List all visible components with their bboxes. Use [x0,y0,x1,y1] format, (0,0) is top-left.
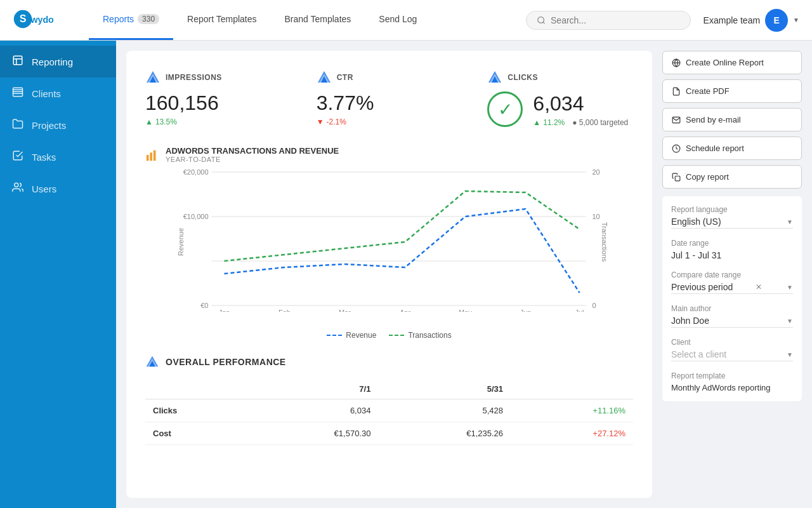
perf-col-metric [145,379,246,399]
adwords-icon-clicks [487,70,502,85]
copy-icon [672,173,681,182]
chevron-down-icon: ▼ [793,17,799,23]
clicks-change: 11.2% [543,118,565,127]
copy-report-button[interactable]: Copy report [662,165,802,189]
clicks-check-icon: ✓ [487,91,523,127]
clicks-value: 6,034 [533,92,628,116]
svg-text:Jul: Jul [575,309,584,312]
sidebar-item-label: Users [32,184,56,194]
reporting-icon [11,55,24,69]
svg-text:0: 0 [593,302,596,309]
date-range-row: Date range Jul 1 - Jul 31 [671,239,793,260]
globe-icon [672,58,681,67]
legend-line-blue [327,335,342,336]
sidebar-item-projects[interactable]: Projects [0,109,116,141]
perf-table: 7/1 5/31 Clicks 6,034 5,428 +11.16% Cost… [145,379,633,445]
compare-date-range-select[interactable]: Previous period ✕ ▼ [671,282,793,294]
date-range-value: Jul 1 - Jul 31 [671,250,793,260]
performance-section: OVERALL PERFORMANCE 7/1 5/31 Clicks 6,03… [145,355,633,445]
sidebar-item-users[interactable]: Users [0,173,116,204]
tasks-icon [11,150,24,164]
perf-col-change [511,379,633,399]
svg-text:Transactions: Transactions [601,222,608,262]
legend-transactions: Transactions [389,331,451,340]
create-pdf-button[interactable]: Create PDF [662,79,802,103]
perf-val2: €1,235.26 [378,422,511,445]
sidebar-item-label: Reporting [32,57,73,67]
sidebar-item-reporting[interactable]: Reporting [0,46,116,77]
compare-date-range-value: Previous period [671,282,733,292]
sidebar-item-tasks[interactable]: Tasks [0,141,116,173]
tab-report-templates[interactable]: Report Templates [173,0,270,40]
send-email-button[interactable]: Send by e-mail [662,108,802,131]
svg-text:wydo: wydo [30,15,54,25]
main-author-value: John Doe [671,316,709,326]
svg-text:€20,000: €20,000 [183,168,209,176]
clear-compare-button[interactable]: ✕ [756,283,762,291]
report-panel: IMPRESSIONS 160,156 ▲ 13.5% [126,51,652,498]
svg-text:S: S [20,13,27,24]
chart-svg: €20,000 €10,000 €0 20 10 0 Revenue Trans… [145,166,633,312]
avatar: E [765,9,788,32]
schedule-report-button[interactable]: Schedule report [662,137,802,160]
chart-section: ADWORDS TRANSACTIONS AND REVENUE YEAR-TO… [145,146,633,340]
main-author-label: Main author [671,304,793,313]
adwords-icon [145,70,160,85]
search-input[interactable] [551,15,680,25]
chevron-down-icon: ▼ [787,318,793,324]
main-author-select[interactable]: John Doe ▼ [671,316,793,328]
ctr-title: CTR [337,73,353,82]
main-author-row: Main author John Doe ▼ [671,304,793,328]
ctr-change: -2.1% [327,117,346,126]
email-icon [672,116,681,124]
svg-rect-23 [150,152,152,161]
impressions-title: IMPRESSIONS [166,73,222,82]
user-area[interactable]: Example team E ▼ [704,9,799,32]
chart-container: €20,000 €10,000 €0 20 10 0 Revenue Trans… [145,166,633,324]
svg-rect-50 [675,176,680,181]
report-language-select[interactable]: English (US) ▼ [671,217,793,229]
metrics-row: IMPRESSIONS 160,156 ▲ 13.5% [145,70,633,127]
logo[interactable]: S wydo [13,6,70,34]
legend-line-green [389,335,404,336]
table-row: Clicks 6,034 5,428 +11.16% [145,399,633,422]
client-select[interactable]: Select a client ▼ [671,349,793,361]
create-online-report-button[interactable]: Create Online Report [662,51,802,74]
perf-metric: Cost [145,422,246,445]
perf-change: +27.12% [511,422,633,445]
chart-legend: Revenue Transactions [145,331,633,340]
report-template-value: Monthly AdWords reporting [671,383,793,392]
svg-text:May: May [459,309,472,312]
chart-title: ADWORDS TRANSACTIONS AND REVENUE [166,146,339,156]
ctr-value: 3.77% [317,91,462,115]
svg-rect-5 [13,56,22,65]
table-row: Cost €1,570.30 €1,235.26 +27.12% [145,422,633,445]
svg-line-4 [543,22,545,23]
projects-icon [11,118,24,132]
sidebar-item-label: Tasks [32,152,56,163]
metric-impressions: IMPRESSIONS 160,156 ▲ 13.5% [145,70,291,127]
report-template-row: Report template Monthly AdWords reportin… [671,371,793,392]
clock-icon [672,144,681,153]
svg-text:Mar: Mar [339,309,351,312]
perf-val2: 5,428 [378,399,511,422]
client-value: Select a client [671,349,726,359]
clients-icon [11,86,24,100]
perf-col1: 7/1 [246,379,379,399]
nav-tabs: Reports 330 Report Templates Brand Templ… [89,0,431,40]
perf-col2: 5/31 [378,379,511,399]
perf-metric: Clicks [145,399,246,422]
tab-send-log[interactable]: Send Log [365,0,431,40]
right-panel: Create Online Report Create PDF Send by … [662,51,802,498]
svg-text:Apr: Apr [400,309,410,312]
search-icon [537,15,546,25]
compare-date-range-label: Compare date range [671,271,793,279]
chevron-down-icon: ▼ [787,218,793,225]
tab-brand-templates[interactable]: Brand Templates [271,0,365,40]
pdf-icon [672,87,681,96]
tab-reports[interactable]: Reports 330 [89,0,173,40]
sidebar-item-label: Clients [32,88,61,99]
sidebar-item-clients[interactable]: Clients [0,77,116,109]
svg-text:Revenue: Revenue [177,228,185,256]
chevron-down-icon: ▼ [787,284,793,291]
